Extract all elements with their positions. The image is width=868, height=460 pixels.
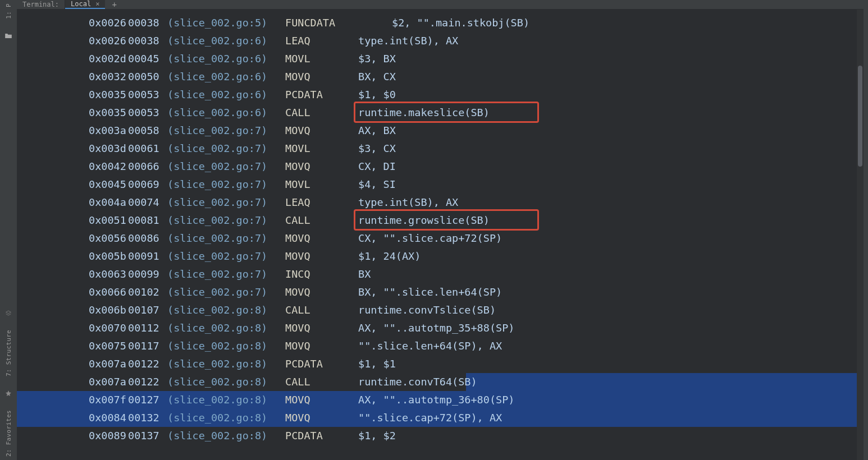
asm-line[interactable]: 0x0063 00099 (slice_002.go:7)INCQBX — [17, 265, 864, 283]
asm-line[interactable]: 0x0032 00050 (slice_002.go:6)MOVQBX, CX — [17, 68, 864, 86]
terminal-output[interactable]: 0x0026 00038 (slice_002.go:5)FUNCDATA$2,… — [17, 10, 864, 460]
star-icon[interactable] — [4, 390, 12, 397]
asm-operands: $4, SI — [358, 176, 396, 194]
app-root: 1: P 7: Structure 2: Favorites Terminal:… — [0, 0, 868, 460]
asm-operands: $1, $0 — [358, 86, 396, 104]
scrollbar-thumb[interactable] — [858, 66, 862, 167]
asm-address: 0x003d — [89, 140, 128, 158]
asm-line[interactable]: 0x0056 00086 (slice_002.go:7)MOVQCX, "".… — [17, 229, 864, 247]
asm-address: 0x0089 — [89, 427, 128, 445]
terminal-tabbar: Terminal: Local × + — [17, 0, 864, 10]
new-terminal-tab-button[interactable]: + — [105, 0, 123, 9]
asm-offset: 00038 — [128, 32, 167, 50]
asm-address: 0x0032 — [89, 68, 128, 86]
asm-line[interactable]: 0x002d 00045 (slice_002.go:6)MOVL$3, BX — [17, 50, 864, 68]
asm-line[interactable]: 0x0035 00053 (slice_002.go:6)CALLruntime… — [17, 104, 864, 122]
asm-address: 0x007a — [89, 373, 128, 391]
asm-mnemonic: MOVQ — [285, 283, 358, 301]
asm-mnemonic: MOVQ — [285, 391, 358, 409]
asm-mnemonic: FUNCDATA — [285, 14, 392, 32]
asm-offset: 00058 — [128, 122, 167, 140]
asm-address: 0x005b — [89, 247, 128, 265]
asm-mnemonic: MOVQ — [285, 337, 358, 355]
asm-offset: 00066 — [128, 158, 167, 176]
asm-source-ref: (slice_002.go:8) — [167, 355, 285, 373]
asm-source-ref: (slice_002.go:7) — [167, 247, 285, 265]
asm-operands: $1, 24(AX) — [358, 247, 421, 265]
asm-line[interactable]: 0x0089 00137 (slice_002.go:8)PCDATA$1, $… — [17, 427, 864, 445]
asm-line[interactable]: 0x004a 00074 (slice_002.go:7)LEAQtype.in… — [17, 194, 864, 211]
asm-source-ref: (slice_002.go:8) — [167, 337, 285, 355]
asm-mnemonic: CALL — [285, 104, 358, 122]
asm-line[interactable]: 0x003a 00058 (slice_002.go:7)MOVQAX, BX — [17, 122, 864, 140]
asm-offset: 00074 — [128, 194, 167, 211]
asm-offset: 00081 — [128, 211, 167, 229]
asm-line[interactable]: 0x005b 00091 (slice_002.go:7)MOVQ$1, 24(… — [17, 247, 864, 265]
asm-address: 0x0035 — [89, 104, 128, 122]
asm-line[interactable]: 0x003d 00061 (slice_002.go:7)MOVL$3, CX — [17, 140, 864, 158]
asm-operands: CX, DI — [358, 158, 396, 176]
rail-project-label[interactable]: 1: P — [5, 3, 12, 19]
rail-structure-label[interactable]: 7: Structure — [5, 330, 12, 376]
asm-address: 0x0035 — [89, 86, 128, 104]
asm-offset: 00045 — [128, 50, 167, 68]
asm-operands: AX, ""..autotmp_36+80(SP) — [358, 391, 514, 409]
asm-operands: BX, "".slice.len+64(SP) — [358, 283, 502, 301]
asm-line[interactable]: 0x0084 00132 (slice_002.go:8)MOVQ"".slic… — [17, 409, 864, 427]
asm-mnemonic: MOVQ — [285, 122, 358, 140]
right-gutter — [864, 0, 868, 460]
scrollbar[interactable] — [857, 10, 864, 460]
structure-icon[interactable] — [4, 310, 12, 316]
asm-offset: 00053 — [128, 86, 167, 104]
terminal-tab-local[interactable]: Local × — [65, 0, 105, 9]
asm-line[interactable]: 0x0075 00117 (slice_002.go:8)MOVQ"".slic… — [17, 337, 864, 355]
asm-mnemonic: MOVL — [285, 176, 358, 194]
close-icon[interactable]: × — [95, 0, 99, 8]
asm-line[interactable]: 0x007f 00127 (slice_002.go:8)MOVQAX, "".… — [17, 391, 864, 409]
asm-offset: 00050 — [128, 68, 167, 86]
asm-address: 0x0075 — [89, 337, 128, 355]
asm-source-ref: (slice_002.go:7) — [167, 158, 285, 176]
asm-source-ref: (slice_002.go:5) — [167, 14, 285, 32]
terminal-panel-title: Terminal: — [17, 0, 65, 9]
asm-offset: 00038 — [128, 14, 167, 32]
asm-offset: 00053 — [128, 104, 167, 122]
asm-line[interactable]: 0x007a 00122 (slice_002.go:8)CALLruntime… — [17, 373, 864, 391]
asm-line[interactable]: 0x0066 00102 (slice_002.go:7)MOVQBX, "".… — [17, 283, 864, 301]
asm-line[interactable]: 0x007a 00122 (slice_002.go:8)PCDATA$1, $… — [17, 355, 864, 373]
asm-source-ref: (slice_002.go:8) — [167, 427, 285, 445]
asm-offset: 00127 — [128, 391, 167, 409]
asm-line[interactable]: 0x0026 00038 (slice_002.go:6)LEAQtype.in… — [17, 32, 864, 50]
asm-address: 0x004a — [89, 194, 128, 211]
asm-address: 0x0042 — [89, 158, 128, 176]
asm-line[interactable]: 0x0070 00112 (slice_002.go:8)MOVQAX, "".… — [17, 319, 864, 337]
asm-address: 0x0026 — [89, 32, 128, 50]
asm-operands: CX, "".slice.cap+72(SP) — [358, 229, 502, 247]
asm-mnemonic: CALL — [285, 211, 358, 229]
asm-mnemonic: PCDATA — [285, 427, 358, 445]
asm-line[interactable]: 0x006b 00107 (slice_002.go:8)CALLruntime… — [17, 301, 864, 319]
asm-source-ref: (slice_002.go:6) — [167, 68, 285, 86]
asm-source-ref: (slice_002.go:7) — [167, 283, 285, 301]
asm-source-ref: (slice_002.go:6) — [167, 50, 285, 68]
asm-address: 0x007f — [89, 391, 128, 409]
asm-mnemonic: MOVQ — [285, 319, 358, 337]
asm-offset: 00137 — [128, 427, 167, 445]
asm-source-ref: (slice_002.go:7) — [167, 176, 285, 194]
asm-address: 0x0045 — [89, 176, 128, 194]
asm-address: 0x006b — [89, 301, 128, 319]
asm-offset: 00061 — [128, 140, 167, 158]
asm-line[interactable]: 0x0035 00053 (slice_002.go:6)PCDATA$1, $… — [17, 86, 864, 104]
asm-operands: $3, CX — [358, 140, 396, 158]
asm-line[interactable]: 0x0045 00069 (slice_002.go:7)MOVL$4, SI — [17, 176, 864, 194]
asm-mnemonic: MOVQ — [285, 158, 358, 176]
asm-line[interactable]: 0x0051 00081 (slice_002.go:7)CALLruntime… — [17, 211, 864, 229]
asm-operands: BX — [358, 265, 371, 283]
asm-line[interactable]: 0x0026 00038 (slice_002.go:5)FUNCDATA$2,… — [17, 14, 864, 32]
asm-offset: 00102 — [128, 283, 167, 301]
asm-mnemonic: MOVQ — [285, 229, 358, 247]
asm-offset: 00122 — [128, 373, 167, 391]
rail-favorites-label[interactable]: 2: Favorites — [5, 410, 12, 457]
folder-icon[interactable] — [4, 33, 12, 39]
asm-line[interactable]: 0x0042 00066 (slice_002.go:7)MOVQCX, DI — [17, 158, 864, 176]
